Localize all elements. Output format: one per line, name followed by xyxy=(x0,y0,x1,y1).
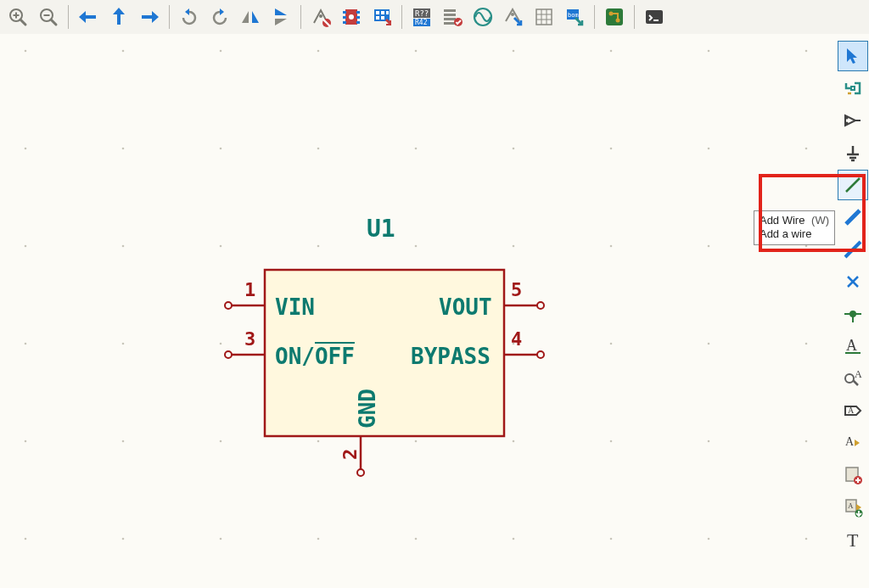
add-wire-button[interactable] xyxy=(838,170,868,200)
nav-back-button[interactable] xyxy=(74,3,103,31)
mirror-vertical-icon xyxy=(270,6,292,28)
svg-rect-29 xyxy=(444,9,456,12)
svg-line-1 xyxy=(20,20,25,25)
add-wire-tooltip: Add Wire (W) Add a wire xyxy=(754,210,835,245)
schematic-canvas[interactable]: U1 1 VIN 3 ON/OFF 5 VOUT 4 BYPASS 2 GND xyxy=(0,34,837,588)
pin-label-onoff: ON/OFF xyxy=(275,344,355,369)
select-tool-button[interactable] xyxy=(838,41,868,71)
right-toolbar: A A A A A xyxy=(837,37,869,555)
rotate-ccw-button[interactable] xyxy=(175,3,204,31)
footprint-editor-icon xyxy=(340,6,362,28)
svg-rect-15 xyxy=(356,11,360,14)
svg-rect-16 xyxy=(356,16,360,19)
svg-text:R42: R42 xyxy=(415,19,428,26)
highlight-net-button[interactable] xyxy=(838,73,868,104)
annotate-schematic-button[interactable]: R?? R42 xyxy=(407,3,436,31)
pin-number-vout: 5 xyxy=(511,279,522,300)
add-junction-button[interactable] xyxy=(838,299,868,329)
bom-button[interactable] xyxy=(530,3,558,31)
add-symbol-button[interactable] xyxy=(838,105,868,136)
component-ref: U1 xyxy=(367,215,395,243)
separator xyxy=(68,5,69,29)
rotate-cw-icon xyxy=(209,6,231,28)
pin-label-vin: VIN xyxy=(275,294,315,320)
add-netclass-label-button[interactable]: A xyxy=(838,363,868,394)
zoom-out-icon xyxy=(37,6,59,28)
rotate-cw-button[interactable] xyxy=(205,3,234,31)
pin-label-bypass: BYPASS xyxy=(411,344,491,369)
tooltip-shortcut: (W) xyxy=(811,214,829,227)
svg-rect-32 xyxy=(444,22,456,25)
svg-line-56 xyxy=(846,210,860,224)
svg-line-55 xyxy=(846,178,860,192)
pin-label-vout: VOUT xyxy=(439,294,492,320)
svg-text:A: A xyxy=(846,337,857,354)
svg-rect-14 xyxy=(343,21,346,24)
footprint-editor-button[interactable] xyxy=(337,3,366,31)
pcb-icon xyxy=(603,6,625,28)
simulator-button[interactable] xyxy=(468,3,497,31)
nav-forward-button[interactable] xyxy=(135,3,164,31)
nav-up-button[interactable] xyxy=(104,3,133,31)
pin-number-vin: 1 xyxy=(244,279,255,300)
add-wire-bus-entry-button[interactable] xyxy=(838,234,868,265)
rotate-ccw-icon xyxy=(178,6,200,28)
open-pcb-button[interactable] xyxy=(600,3,629,31)
svg-line-5 xyxy=(51,20,56,25)
svg-text:A: A xyxy=(848,406,855,415)
assign-footprints-button[interactable] xyxy=(367,3,396,31)
svg-text:T: T xyxy=(847,529,859,550)
svg-point-18 xyxy=(349,14,354,20)
add-no-connect-button[interactable] xyxy=(838,266,868,297)
import-sheet-pin-icon: A xyxy=(843,497,863,518)
svg-rect-20 xyxy=(376,11,379,14)
add-sheet-button[interactable] xyxy=(838,460,868,490)
svg-text:A: A xyxy=(848,501,854,510)
netlist-export-button[interactable]: bom xyxy=(560,3,589,31)
zoom-out-button[interactable] xyxy=(34,3,63,31)
update-pcb-button[interactable] xyxy=(499,3,528,31)
global-label-icon: A xyxy=(843,400,863,421)
import-sheet-pin-button[interactable]: A xyxy=(838,492,868,523)
arrow-left-icon xyxy=(77,6,99,28)
erc-icon xyxy=(310,6,332,28)
junction-icon xyxy=(843,304,863,324)
tooltip-title: Add Wire xyxy=(760,214,805,227)
tooltip-description: Add a wire xyxy=(760,227,829,241)
symbol-fields-button[interactable] xyxy=(438,3,467,31)
symbol-fields-icon xyxy=(441,6,463,28)
add-text-button[interactable]: T xyxy=(838,524,868,555)
netclass-label-icon: A xyxy=(843,368,863,389)
add-power-port-button[interactable] xyxy=(838,137,868,168)
add-hier-label-button[interactable]: A xyxy=(838,428,868,458)
sheet-icon xyxy=(843,465,863,485)
mirror-horizontal-button[interactable] xyxy=(236,3,265,31)
assign-footprints-icon xyxy=(371,6,393,28)
add-global-label-button[interactable]: A xyxy=(838,395,868,426)
separator xyxy=(401,5,402,29)
netlist-export-icon: bom xyxy=(563,6,586,28)
svg-point-66 xyxy=(845,374,854,383)
svg-rect-24 xyxy=(381,16,384,20)
cursor-icon xyxy=(843,46,863,66)
update-pcb-icon xyxy=(502,6,524,28)
svg-rect-36 xyxy=(536,9,552,25)
add-bus-button[interactable] xyxy=(838,202,868,232)
zoom-in-button[interactable] xyxy=(3,3,32,31)
svg-rect-30 xyxy=(444,14,456,16)
no-connect-icon xyxy=(843,272,863,292)
svg-rect-46 xyxy=(646,10,663,24)
svg-point-7 xyxy=(319,14,322,18)
svg-rect-12 xyxy=(343,11,346,14)
highlight-net-icon xyxy=(843,78,863,98)
text-icon: T xyxy=(843,529,863,550)
erc-button[interactable] xyxy=(306,3,335,31)
component-drawing xyxy=(0,34,837,588)
mirror-vertical-button[interactable] xyxy=(266,3,295,31)
zoom-in-icon xyxy=(7,6,29,28)
separator xyxy=(300,5,301,29)
svg-rect-31 xyxy=(444,18,456,20)
add-net-label-button[interactable]: A xyxy=(838,331,868,361)
simulator-icon xyxy=(472,6,494,28)
scripting-console-button[interactable] xyxy=(640,3,669,31)
